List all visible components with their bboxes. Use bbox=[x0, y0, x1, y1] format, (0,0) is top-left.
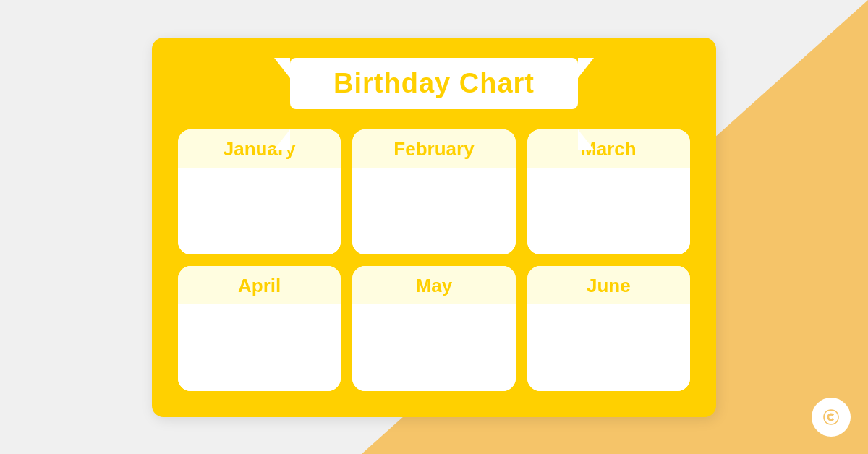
month-label-may: May bbox=[416, 275, 453, 296]
month-card-march: March bbox=[527, 129, 690, 254]
months-grid: JanuaryFebruaryMarchAprilMayJune bbox=[178, 129, 690, 391]
month-body-may bbox=[352, 304, 515, 391]
month-card-may: May bbox=[352, 266, 515, 391]
month-header-april: April bbox=[178, 266, 341, 304]
month-header-february: February bbox=[352, 129, 515, 168]
month-header-may: May bbox=[352, 266, 515, 304]
month-label-february: February bbox=[393, 138, 474, 160]
birthday-chart: Birthday Chart JanuaryFebruaryMarchApril… bbox=[152, 38, 716, 417]
month-card-february: February bbox=[352, 129, 515, 254]
month-body-june bbox=[527, 304, 690, 391]
title-banner: Birthday Chart bbox=[290, 58, 578, 109]
month-body-april bbox=[178, 304, 341, 391]
teach-starter-logo bbox=[812, 398, 851, 437]
month-header-january: January bbox=[178, 129, 341, 168]
chart-title: Birthday Chart bbox=[333, 68, 535, 98]
month-label-june: June bbox=[587, 275, 631, 296]
banner-wrap: Birthday Chart bbox=[178, 58, 690, 109]
month-body-february bbox=[352, 168, 515, 254]
month-body-march bbox=[527, 168, 690, 254]
month-card-january: January bbox=[178, 129, 341, 254]
month-header-march: March bbox=[527, 129, 690, 168]
month-label-april: April bbox=[238, 275, 281, 296]
month-body-january bbox=[178, 168, 341, 254]
month-header-june: June bbox=[527, 266, 690, 304]
month-card-june: June bbox=[527, 266, 690, 391]
month-card-april: April bbox=[178, 266, 341, 391]
